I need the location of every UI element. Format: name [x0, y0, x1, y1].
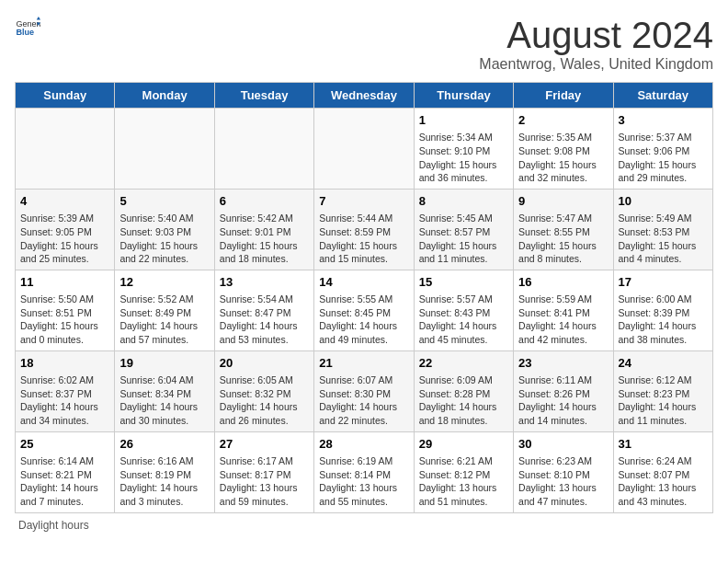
weekday-header-wednesday: Wednesday [314, 83, 414, 109]
day-info: Sunrise: 5:49 AM Sunset: 8:53 PM Dayligh… [619, 212, 708, 266]
day-info: Sunrise: 5:50 AM Sunset: 8:51 PM Dayligh… [20, 293, 109, 347]
day-info: Sunrise: 6:14 AM Sunset: 8:21 PM Dayligh… [20, 454, 109, 509]
day-number: 16 [518, 274, 608, 291]
day-number: 13 [220, 274, 309, 291]
day-info: Sunrise: 6:04 AM Sunset: 8:34 PM Dayligh… [119, 373, 209, 428]
weekday-header-saturday: Saturday [613, 83, 712, 109]
calendar-week-row: 18Sunrise: 6:02 AM Sunset: 8:37 PM Dayli… [16, 350, 713, 431]
calendar-week-row: 4Sunrise: 5:39 AM Sunset: 9:05 PM Daylig… [16, 189, 713, 270]
calendar-cell: 19Sunrise: 6:04 AM Sunset: 8:34 PM Dayli… [115, 350, 214, 431]
svg-text:Blue: Blue [16, 28, 34, 37]
day-number: 23 [518, 355, 608, 372]
day-number: 28 [319, 436, 408, 453]
main-title: August 2024 [479, 15, 713, 56]
calendar-cell: 6Sunrise: 5:42 AM Sunset: 9:01 PM Daylig… [214, 189, 313, 270]
day-number: 29 [419, 436, 508, 453]
day-number: 21 [319, 355, 408, 372]
day-info: Sunrise: 6:17 AM Sunset: 8:17 PM Dayligh… [220, 454, 309, 509]
calendar-cell: 29Sunrise: 6:21 AM Sunset: 8:12 PM Dayli… [414, 431, 513, 512]
weekday-header-tuesday: Tuesday [214, 83, 313, 109]
calendar-cell: 11Sunrise: 5:50 AM Sunset: 8:51 PM Dayli… [16, 270, 115, 350]
calendar-cell: 7Sunrise: 5:44 AM Sunset: 8:59 PM Daylig… [314, 189, 414, 270]
weekday-header-thursday: Thursday [414, 83, 513, 109]
calendar-week-row: 1Sunrise: 5:34 AM Sunset: 9:10 PM Daylig… [16, 109, 713, 190]
day-info: Sunrise: 5:57 AM Sunset: 8:43 PM Dayligh… [419, 293, 508, 347]
day-number: 17 [619, 274, 708, 291]
day-info: Sunrise: 5:59 AM Sunset: 8:41 PM Dayligh… [518, 293, 608, 347]
day-number: 31 [619, 436, 708, 453]
day-number: 27 [220, 436, 309, 453]
calendar-cell: 13Sunrise: 5:54 AM Sunset: 8:47 PM Dayli… [214, 270, 313, 350]
day-info: Sunrise: 6:07 AM Sunset: 8:30 PM Dayligh… [319, 373, 408, 428]
day-info: Sunrise: 6:12 AM Sunset: 8:23 PM Dayligh… [619, 373, 708, 428]
day-number: 3 [619, 112, 708, 129]
day-number: 11 [20, 274, 109, 291]
day-info: Sunrise: 5:35 AM Sunset: 9:08 PM Dayligh… [518, 131, 608, 185]
day-info: Sunrise: 6:24 AM Sunset: 8:07 PM Dayligh… [619, 454, 708, 509]
day-info: Sunrise: 6:21 AM Sunset: 8:12 PM Dayligh… [419, 454, 508, 509]
title-area: August 2024 Maentwrog, Wales, United Kin… [479, 15, 713, 73]
day-number: 25 [20, 436, 109, 453]
weekday-header-sunday: Sunday [16, 83, 115, 109]
calendar-cell: 17Sunrise: 6:00 AM Sunset: 8:39 PM Dayli… [613, 270, 712, 350]
calendar-week-row: 11Sunrise: 5:50 AM Sunset: 8:51 PM Dayli… [16, 270, 713, 350]
day-info: Sunrise: 6:05 AM Sunset: 8:32 PM Dayligh… [220, 373, 309, 428]
day-info: Sunrise: 5:45 AM Sunset: 8:57 PM Dayligh… [419, 212, 508, 266]
calendar-cell [16, 109, 115, 190]
svg-text:General: General [16, 19, 40, 29]
calendar-cell: 22Sunrise: 6:09 AM Sunset: 8:28 PM Dayli… [414, 350, 513, 431]
day-info: Sunrise: 6:11 AM Sunset: 8:26 PM Dayligh… [518, 373, 608, 428]
day-info: Sunrise: 5:34 AM Sunset: 9:10 PM Dayligh… [419, 131, 508, 185]
day-info: Sunrise: 5:40 AM Sunset: 9:03 PM Dayligh… [119, 212, 209, 266]
calendar-cell: 31Sunrise: 6:24 AM Sunset: 8:07 PM Dayli… [613, 431, 712, 512]
svg-marker-2 [37, 17, 40, 20]
calendar-cell: 25Sunrise: 6:14 AM Sunset: 8:21 PM Dayli… [16, 431, 115, 512]
calendar-cell: 15Sunrise: 5:57 AM Sunset: 8:43 PM Dayli… [414, 270, 513, 350]
calendar-cell: 28Sunrise: 6:19 AM Sunset: 8:14 PM Dayli… [314, 431, 414, 512]
calendar-cell: 23Sunrise: 6:11 AM Sunset: 8:26 PM Dayli… [514, 350, 613, 431]
day-number: 20 [220, 355, 309, 372]
calendar-cell: 3Sunrise: 5:37 AM Sunset: 9:06 PM Daylig… [613, 109, 712, 190]
footer-note: Daylight hours [15, 519, 713, 532]
generalblue-logo-icon: General Blue [15, 15, 40, 40]
day-info: Sunrise: 6:16 AM Sunset: 8:19 PM Dayligh… [119, 454, 209, 509]
day-number: 1 [419, 112, 508, 129]
day-info: Sunrise: 5:42 AM Sunset: 9:01 PM Dayligh… [220, 212, 309, 266]
weekday-header-friday: Friday [514, 83, 613, 109]
day-number: 4 [20, 193, 109, 210]
day-info: Sunrise: 5:44 AM Sunset: 8:59 PM Dayligh… [319, 212, 408, 266]
day-info: Sunrise: 5:55 AM Sunset: 8:45 PM Dayligh… [319, 293, 408, 347]
day-info: Sunrise: 5:39 AM Sunset: 9:05 PM Dayligh… [20, 212, 109, 266]
calendar-cell: 20Sunrise: 6:05 AM Sunset: 8:32 PM Dayli… [214, 350, 313, 431]
day-info: Sunrise: 6:09 AM Sunset: 8:28 PM Dayligh… [419, 373, 508, 428]
calendar-cell: 8Sunrise: 5:45 AM Sunset: 8:57 PM Daylig… [414, 189, 513, 270]
day-info: Sunrise: 6:19 AM Sunset: 8:14 PM Dayligh… [319, 454, 408, 509]
calendar-cell: 9Sunrise: 5:47 AM Sunset: 8:55 PM Daylig… [514, 189, 613, 270]
day-number: 14 [319, 274, 408, 291]
day-info: Sunrise: 5:54 AM Sunset: 8:47 PM Dayligh… [220, 293, 309, 347]
calendar-cell: 16Sunrise: 5:59 AM Sunset: 8:41 PM Dayli… [514, 270, 613, 350]
calendar-cell [314, 109, 414, 190]
calendar-cell: 26Sunrise: 6:16 AM Sunset: 8:19 PM Dayli… [115, 431, 214, 512]
calendar-cell: 2Sunrise: 5:35 AM Sunset: 9:08 PM Daylig… [514, 109, 613, 190]
day-number: 19 [119, 355, 209, 372]
day-number: 2 [518, 112, 608, 129]
calendar-cell [115, 109, 214, 190]
day-number: 8 [419, 193, 508, 210]
calendar-cell: 27Sunrise: 6:17 AM Sunset: 8:17 PM Dayli… [214, 431, 313, 512]
day-number: 15 [419, 274, 508, 291]
calendar-cell: 1Sunrise: 5:34 AM Sunset: 9:10 PM Daylig… [414, 109, 513, 190]
logo: General Blue [15, 15, 40, 40]
calendar-cell: 10Sunrise: 5:49 AM Sunset: 8:53 PM Dayli… [613, 189, 712, 270]
calendar-cell: 18Sunrise: 6:02 AM Sunset: 8:37 PM Dayli… [16, 350, 115, 431]
day-number: 10 [619, 193, 708, 210]
day-number: 12 [119, 274, 209, 291]
day-number: 6 [220, 193, 309, 210]
calendar-cell: 24Sunrise: 6:12 AM Sunset: 8:23 PM Dayli… [613, 350, 712, 431]
day-number: 30 [518, 436, 608, 453]
day-info: Sunrise: 5:47 AM Sunset: 8:55 PM Dayligh… [518, 212, 608, 266]
day-number: 5 [119, 193, 209, 210]
calendar-cell: 4Sunrise: 5:39 AM Sunset: 9:05 PM Daylig… [16, 189, 115, 270]
day-number: 26 [119, 436, 209, 453]
day-number: 7 [319, 193, 408, 210]
